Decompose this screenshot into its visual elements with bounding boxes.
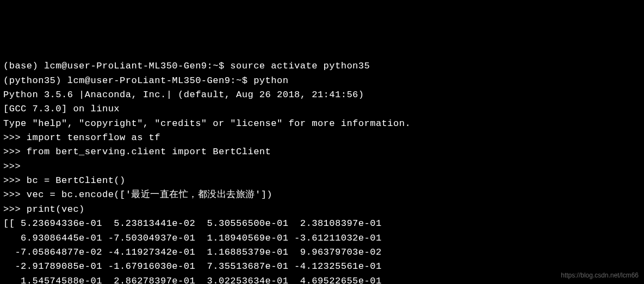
terminal-line: >>> vec = bc.encode(['最近一直在忙，都没出去旅游']) bbox=[3, 188, 641, 202]
terminal-line: 6.93086445e-01 -7.50304937e-01 1.1894056… bbox=[3, 231, 641, 245]
terminal-line: Type "help", "copyright", "credits" or "… bbox=[3, 117, 641, 131]
terminal-line: >>> print(vec) bbox=[3, 203, 641, 217]
terminal-line: (python35) lcm@user-ProLiant-ML350-Gen9:… bbox=[3, 74, 641, 88]
terminal-line: >>> bc = BertClient() bbox=[3, 174, 641, 188]
terminal-line: 1.54574588e-01 2.86278397e-01 3.02253634… bbox=[3, 274, 641, 284]
terminal-line: Python 3.5.6 |Anaconda, Inc.| (default, … bbox=[3, 88, 641, 102]
terminal-line: -2.91789085e-01 -1.67916030e-01 7.355136… bbox=[3, 260, 641, 274]
terminal-line: [GCC 7.3.0] on linux bbox=[3, 102, 641, 116]
terminal-output[interactable]: (base) lcm@user-ProLiant-ML350-Gen9:~$ s… bbox=[3, 59, 641, 284]
terminal-line: (base) lcm@user-ProLiant-ML350-Gen9:~$ s… bbox=[3, 59, 641, 73]
watermark-text: https://blog.csdn.net/lcm66 bbox=[561, 270, 639, 281]
terminal-line: [[ 5.23694336e-01 5.23813441e-02 5.30556… bbox=[3, 217, 641, 231]
terminal-line: -7.05864877e-02 -4.11927342e-01 1.168853… bbox=[3, 245, 641, 260]
terminal-line: >>> bbox=[3, 160, 641, 174]
terminal-line: >>> import tensorflow as tf bbox=[3, 131, 641, 145]
terminal-line: >>> from bert_serving.client import Bert… bbox=[3, 145, 641, 159]
